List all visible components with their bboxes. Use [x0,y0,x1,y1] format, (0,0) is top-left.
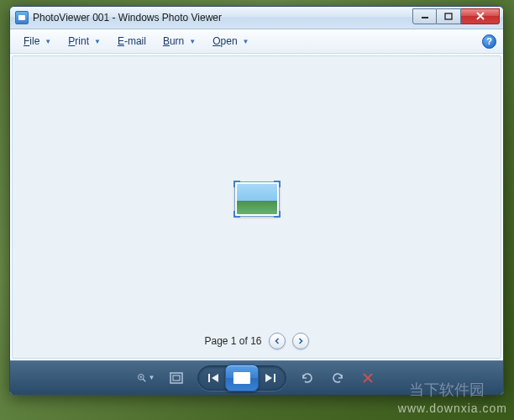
menu-file[interactable]: File ▼ [17,33,58,50]
svg-rect-8 [208,374,210,382]
menu-burn-label: Burn [163,35,184,47]
image-viewport: Page 1 of 16 [12,55,501,359]
menubar: File ▼ Print ▼ E-mail Burn ▼ Open ▼ ? [10,29,503,54]
menu-file-label: File [24,35,39,47]
window-title: PhotoViewer 001 - Windows Photo Viewer [33,12,412,24]
watermark-text: 当下软件园 [409,380,485,400]
maximize-button[interactable] [437,8,461,24]
svg-rect-1 [445,13,452,19]
app-icon [15,11,29,24]
page-indicator: Page 1 of 16 [204,335,261,347]
chevron-down-icon: ▼ [149,374,155,381]
rotate-ccw-button[interactable] [298,369,317,387]
rotate-cw-button[interactable] [328,369,347,387]
chevron-down-icon: ▼ [189,38,196,45]
crop-corner-icon [274,181,281,187]
svg-rect-0 [422,17,428,18]
next-image-button[interactable] [259,367,282,389]
crop-corner-icon [233,181,240,187]
menu-print-label: Print [68,35,89,47]
zoom-button[interactable]: ▼ [137,369,155,387]
pager: Page 1 of 16 [204,333,308,349]
close-button[interactable] [461,8,500,24]
svg-rect-6 [170,373,182,383]
menu-open[interactable]: Open ▼ [206,33,255,50]
svg-rect-9 [274,374,275,382]
slideshow-button[interactable] [225,365,259,391]
app-window: PhotoViewer 001 - Windows Photo Viewer F… [9,6,504,395]
chevron-down-icon: ▼ [45,38,51,45]
menu-print[interactable]: Print ▼ [61,33,108,50]
titlebar[interactable]: PhotoViewer 001 - Windows Photo Viewer [10,7,503,29]
previous-image-button[interactable] [202,367,225,389]
crop-corner-icon [274,211,281,218]
menu-burn[interactable]: Burn ▼ [156,33,202,50]
window-controls [412,8,500,24]
chevron-down-icon: ▼ [94,38,101,45]
image-thumbnail[interactable] [234,181,280,217]
watermark-url: www.downxia.com [398,402,507,415]
prev-page-button[interactable] [269,333,286,349]
fit-window-button[interactable] [167,369,186,387]
crop-corner-icon [233,211,240,218]
svg-rect-7 [173,375,180,381]
menu-open-label: Open [212,35,237,47]
delete-button[interactable] [359,369,377,387]
menu-email-label: E-mail [118,35,146,47]
chevron-down-icon: ▼ [243,38,249,45]
navigation-cluster [197,365,286,391]
minimize-button[interactable] [412,8,437,24]
menu-email[interactable]: E-mail [111,33,153,50]
thumbnail-preview [237,184,277,214]
next-page-button[interactable] [292,333,309,349]
help-button[interactable]: ? [482,34,496,49]
svg-line-3 [143,379,145,381]
slideshow-icon [233,372,250,384]
